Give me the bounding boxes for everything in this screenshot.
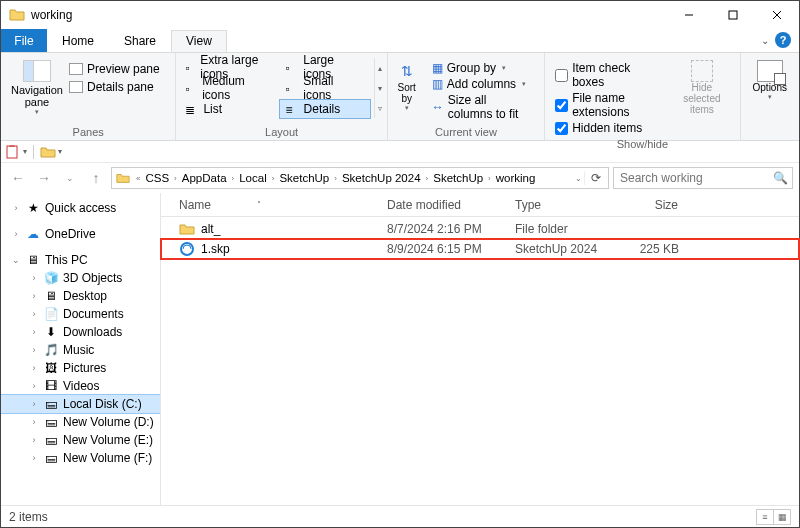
- column-headers: Name˄ Date modified Type Size: [161, 193, 799, 217]
- layout-medium[interactable]: ▫Medium icons: [178, 78, 276, 98]
- file-list: Name˄ Date modified Type Size alt_ 8/7/2…: [161, 193, 799, 505]
- preview-pane-button[interactable]: Preview pane: [69, 60, 160, 78]
- view-details-button[interactable]: ≡: [756, 509, 774, 525]
- svg-rect-0: [729, 11, 737, 19]
- file-row[interactable]: alt_ 8/7/2024 2:16 PM File folder: [161, 219, 799, 239]
- videos-icon: 🎞: [43, 379, 59, 393]
- tree-item[interactable]: ›🖴New Volume (F:): [1, 449, 160, 467]
- crumb[interactable]: SketchUp: [276, 172, 332, 184]
- tree-item[interactable]: ›⬇Downloads: [1, 323, 160, 341]
- hidden-items-toggle[interactable]: Hidden items: [551, 120, 668, 136]
- tree-this-pc[interactable]: ⌄🖥This PC: [1, 251, 160, 269]
- tree-item[interactable]: ›🎞Videos: [1, 377, 160, 395]
- file-date: 8/9/2024 6:15 PM: [379, 242, 507, 256]
- file-extensions-toggle[interactable]: File name extensions: [551, 90, 668, 120]
- up-button[interactable]: ↑: [85, 167, 107, 189]
- tree-item[interactable]: ›🧊3D Objects: [1, 269, 160, 287]
- file-name: alt_: [201, 222, 220, 236]
- tab-share[interactable]: Share: [109, 30, 171, 52]
- hide-selected-button[interactable]: Hide selected items: [668, 56, 735, 136]
- qat-dropdown-icon[interactable]: ▾: [58, 147, 62, 156]
- crumb[interactable]: SketchUp 2024: [339, 172, 424, 184]
- tree-item-local-disk-c[interactable]: ›🖴Local Disk (C:): [1, 395, 160, 413]
- add-columns-button[interactable]: ▥Add columns▾: [426, 76, 540, 92]
- column-name[interactable]: Name˄: [161, 198, 379, 212]
- music-icon: 🎵: [43, 343, 59, 357]
- layout-details[interactable]: ≡Details: [279, 99, 371, 119]
- folder-icon[interactable]: [40, 144, 56, 160]
- ribbon: Navigation pane ▾ Preview pane Details p…: [1, 53, 799, 141]
- crumb[interactable]: Local: [236, 172, 270, 184]
- qat-dropdown-icon[interactable]: ▾: [23, 147, 27, 156]
- crumb[interactable]: working: [493, 172, 539, 184]
- crumb[interactable]: AppData: [179, 172, 230, 184]
- content-area: ›★Quick access ›☁OneDrive ⌄🖥This PC ›🧊3D…: [1, 193, 799, 505]
- file-row[interactable]: 1.skp 8/9/2024 6:15 PM SketchUp 2024 225…: [161, 239, 799, 259]
- navigation-tree[interactable]: ›★Quick access ›☁OneDrive ⌄🖥This PC ›🧊3D…: [1, 193, 161, 505]
- column-type[interactable]: Type: [507, 198, 607, 212]
- search-input[interactable]: [618, 170, 773, 186]
- recent-locations-button[interactable]: ⌄: [59, 167, 81, 189]
- tree-item[interactable]: ›🖴New Volume (E:): [1, 431, 160, 449]
- item-checkboxes-toggle[interactable]: Item check boxes: [551, 60, 668, 90]
- downloads-icon: ⬇: [43, 325, 59, 339]
- folder-icon: [116, 171, 130, 185]
- details-pane-button[interactable]: Details pane: [69, 78, 160, 96]
- tree-onedrive[interactable]: ›☁OneDrive: [1, 225, 160, 243]
- layout-list[interactable]: ≣List: [178, 99, 276, 119]
- view-thumbnails-button[interactable]: ▦: [773, 509, 791, 525]
- tab-file[interactable]: File: [1, 29, 47, 52]
- group-by-button[interactable]: ▦Group by▾: [426, 60, 540, 76]
- layout-small[interactable]: ▫Small icons: [279, 78, 371, 98]
- sort-by-button[interactable]: ⇅ Sort by ▾: [392, 56, 422, 124]
- tree-item[interactable]: ›🖼Pictures: [1, 359, 160, 377]
- search-icon: 🔍: [773, 171, 788, 185]
- size-columns-icon: ↔: [432, 100, 444, 114]
- tree-item[interactable]: ›🖥Desktop: [1, 287, 160, 305]
- size-columns-button[interactable]: ↔Size all columns to fit: [426, 92, 540, 122]
- help-icon[interactable]: ?: [775, 32, 791, 48]
- back-button[interactable]: ←: [7, 167, 29, 189]
- add-columns-icon: ▥: [432, 77, 443, 91]
- crumb[interactable]: CSS: [142, 172, 172, 184]
- tree-item[interactable]: ›🖴New Volume (D:): [1, 413, 160, 431]
- column-size[interactable]: Size: [607, 198, 687, 212]
- tree-quick-access[interactable]: ›★Quick access: [1, 199, 160, 217]
- group-by-icon: ▦: [432, 61, 443, 75]
- group-label-layout: Layout: [176, 124, 386, 140]
- layout-gallery[interactable]: ▫Extra large icons ▫Large icons ▴▾▿ ▫Med…: [178, 55, 386, 124]
- sort-indicator-icon: ˄: [257, 200, 261, 209]
- minimize-button[interactable]: [667, 1, 711, 29]
- file-date: 8/7/2024 2:16 PM: [379, 222, 507, 236]
- navigation-pane-button[interactable]: Navigation pane ▾: [5, 56, 69, 124]
- window-title: working: [31, 8, 72, 22]
- ribbon-collapse-chevron-icon[interactable]: ⌄: [761, 35, 769, 46]
- folder-icon: [179, 221, 195, 237]
- refresh-button[interactable]: ⟳: [584, 171, 606, 185]
- preview-pane-icon: [69, 63, 83, 75]
- maximize-button[interactable]: [711, 1, 755, 29]
- details-pane-icon: [69, 81, 83, 93]
- pc-icon: 🖥: [25, 253, 41, 267]
- drive-icon: 🖴: [43, 451, 59, 465]
- forward-button[interactable]: →: [33, 167, 55, 189]
- explorer-window: working File Home Share View ⌄ ? Navigat…: [0, 0, 800, 528]
- folder-icon: 🧊: [43, 271, 59, 285]
- drive-icon: 🖴: [43, 433, 59, 447]
- group-label-panes: Panes: [1, 124, 175, 140]
- address-bar[interactable]: « CSS› AppData› Local› SketchUp› SketchU…: [111, 167, 609, 189]
- sort-icon: ⇅: [396, 60, 418, 82]
- close-button[interactable]: [755, 1, 799, 29]
- options-button[interactable]: Options ▾: [745, 56, 795, 124]
- column-date[interactable]: Date modified: [379, 198, 507, 212]
- tree-item[interactable]: ›📄Documents: [1, 305, 160, 323]
- svg-rect-1: [7, 146, 17, 158]
- properties-icon[interactable]: [5, 144, 21, 160]
- tab-home[interactable]: Home: [47, 30, 109, 52]
- tab-view[interactable]: View: [171, 30, 227, 52]
- address-dropdown-icon[interactable]: ⌄: [573, 174, 584, 183]
- search-box[interactable]: 🔍: [613, 167, 793, 189]
- desktop-icon: 🖥: [43, 289, 59, 303]
- crumb[interactable]: SketchUp: [430, 172, 486, 184]
- tree-item[interactable]: ›🎵Music: [1, 341, 160, 359]
